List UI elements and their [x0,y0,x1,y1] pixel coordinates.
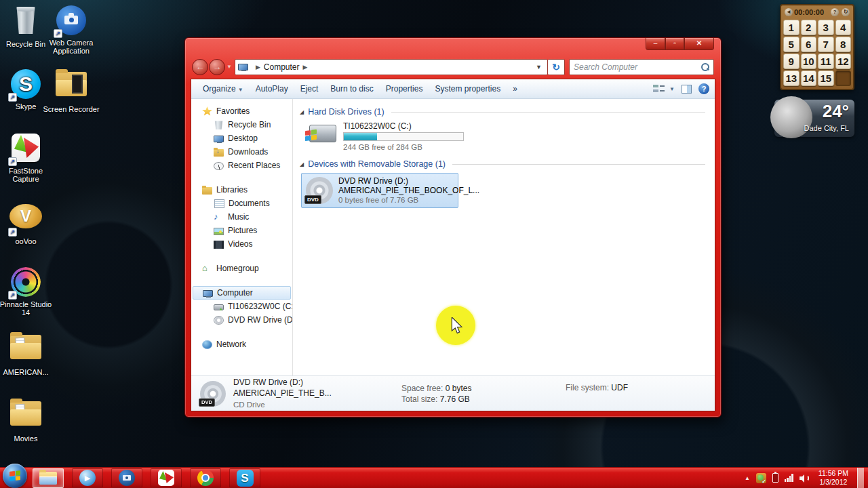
taskbar-webcam-button[interactable] [111,468,142,488]
sidebar-item-favorites[interactable]: Favorites [191,104,292,118]
puzzle-tile[interactable]: 9 [783,54,800,69]
dvd-free-text: 0 bytes free of 7.76 GB [338,195,479,205]
change-view-button[interactable]: ▼ [653,84,675,94]
close-button[interactable]: ✕ [684,38,714,50]
hidden-icons-arrow[interactable]: ▲ [745,475,750,481]
autoplay-button[interactable]: AutoPlay [250,81,294,96]
organize-button[interactable]: Organize▼ [197,81,250,96]
search-icon[interactable] [701,63,709,71]
sidebar-item-network[interactable]: Network [191,338,292,351]
puzzle-tile[interactable]: 12 [835,54,852,69]
puzzle-tile[interactable]: 5 [783,37,800,52]
tray-app-icon[interactable] [756,473,766,483]
desktop-icon [214,136,224,142]
faststone-icon [158,470,174,486]
system-tray: ▲ 11:56 PM 1/3/2012 [745,468,868,488]
sidebar-item-recycle-bin[interactable]: Recycle Bin [191,118,292,131]
puzzle-tile[interactable]: 15 [818,70,834,86]
homegroup-icon: ⌂ [202,264,212,273]
taskbar-explorer-button[interactable] [33,468,64,488]
puzzle-tile[interactable]: 1 [783,20,800,35]
sidebar-item-libraries[interactable]: Libraries [191,183,292,197]
preview-pane-button[interactable] [682,85,692,94]
puzzle-shuffle-icon[interactable]: ↻ [842,8,850,16]
puzzle-tile[interactable]: 3 [818,20,834,35]
desktop-icon-pinnacle[interactable]: ↗ Pinnacle Studio 14 [0,267,54,317]
desktop-icon-screen-recorder[interactable]: Screen Recorder [43,69,100,113]
puzzle-tile[interactable]: 8 [835,37,852,52]
address-dropdown-icon[interactable]: ▼ [533,64,545,70]
group-header-hdd[interactable]: ◢ Hard Disk Drives (1) [300,107,705,117]
system-properties-button[interactable]: System properties [429,81,507,96]
puzzle-tile[interactable]: 10 [801,54,817,69]
battery-icon[interactable] [772,473,778,483]
help-button[interactable]: ? [698,83,709,94]
maximize-button[interactable]: ▫ [665,38,684,50]
taskbar-faststone-button[interactable] [151,468,182,488]
puzzle-tile[interactable]: 13 [783,70,800,86]
properties-button[interactable]: Properties [380,81,429,96]
forward-button[interactable]: → [209,59,225,75]
puzzle-tile[interactable]: 2 [801,20,817,35]
folder-icon [10,335,41,359]
search-box[interactable]: Search Computer [569,59,714,75]
refresh-button[interactable]: ↻ [548,59,565,75]
sidebar-item-homegroup[interactable]: ⌂Homegroup [191,262,292,275]
recent-pages-caret-icon[interactable]: ▼ [226,64,232,70]
drive-item-dvd-selected[interactable]: DVD DVD RW Drive (D:) AMERICAN_PIE_THE_B… [301,173,458,208]
puzzle-tile[interactable]: 6 [801,37,817,52]
taskbar-media-player-button[interactable]: ▶ [72,468,103,488]
network-signal-icon[interactable] [785,474,793,482]
chrome-icon [197,470,214,486]
sidebar-item-dvd-drive[interactable]: DVD RW Drive (D:) A [191,313,292,327]
breadcrumb-item-computer[interactable]: Computer [264,62,300,72]
views-icon [653,84,665,94]
puzzle-back-icon[interactable]: ◄ [785,8,793,16]
desktop-icon-faststone[interactable]: ↗ FastStone Capture [0,133,54,183]
sidebar-item-desktop[interactable]: Desktop [191,131,292,145]
taskbar: ▶ S ▲ 11:56 PM 1/3/2012 [0,467,868,488]
sidebar-item-pictures[interactable]: Pictures [191,224,292,237]
collapse-arrow-icon[interactable]: ◢ [300,109,304,115]
volume-icon[interactable] [800,474,810,483]
group-header-removable[interactable]: ◢ Devices with Removable Storage (1) [300,159,705,169]
minimize-button[interactable]: – [646,38,665,50]
sidebar-item-recent-places[interactable]: Recent Places [191,159,292,172]
collapse-arrow-icon[interactable]: ◢ [300,161,304,167]
weather-gadget[interactable]: 24° Dade City, FL [774,100,854,137]
sidebar-item-documents[interactable]: Documents [191,197,292,210]
puzzle-help-icon[interactable]: ? [831,8,839,16]
puzzle-empty-slot[interactable] [835,70,852,86]
sidebar-item-computer[interactable]: Computer [193,286,291,300]
desktop-icon-oovoo[interactable]: V ↗ ooVoo [0,201,54,245]
puzzle-tile[interactable]: 7 [818,37,834,52]
puzzle-tile[interactable]: 4 [835,20,852,35]
breadcrumb[interactable]: ▶ Computer ▶ ▼ [235,59,548,75]
sidebar-item-music[interactable]: ♪Music [191,210,292,224]
sidebar-item-c-drive[interactable]: TI106232W0C (C:) [191,300,292,313]
drive-item-c[interactable]: TI106232W0C (C:) 244 GB free of 284 GB [305,121,715,151]
breadcrumb-separator-icon[interactable]: ▶ [303,64,308,70]
caption-buttons: – ▫ ✕ [646,38,714,50]
taskbar-chrome-button[interactable] [190,468,221,488]
desktop-icon-american-folder[interactable]: AMERICAN... [0,332,54,376]
taskbar-skype-button[interactable]: S [229,468,260,488]
dvd-volume-label: AMERICAN_PIE_THE_BOOK_OF_L... [338,186,479,195]
desktop-icon-movies-folder[interactable]: Movies [0,399,54,443]
sidebar-item-downloads[interactable]: Downloads [191,145,292,159]
taskbar-clock[interactable]: 11:56 PM 1/3/2012 [816,469,851,487]
eject-button[interactable]: Eject [294,81,325,96]
start-button[interactable] [3,464,27,488]
dvd-disc-icon: DVD [200,381,226,407]
toolbar-overflow-chevron[interactable]: » [507,81,524,96]
show-desktop-button[interactable] [857,468,864,488]
desktop-icon-web-camera[interactable]: ↗ Web Camera Application [43,5,100,55]
puzzle-tile[interactable]: 14 [801,70,817,86]
chevron-down-icon: ▼ [238,87,243,93]
burn-to-disc-button[interactable]: Burn to disc [324,81,379,96]
documents-icon [214,199,224,208]
puzzle-tile[interactable]: 11 [818,54,834,69]
sidebar-item-videos[interactable]: Videos [191,237,292,251]
back-button[interactable]: ← [192,59,208,75]
puzzle-gadget[interactable]: ◄ 00:00:00 ? ↻ 1 2 3 4 5 6 7 8 9 10 11 1… [780,4,854,90]
